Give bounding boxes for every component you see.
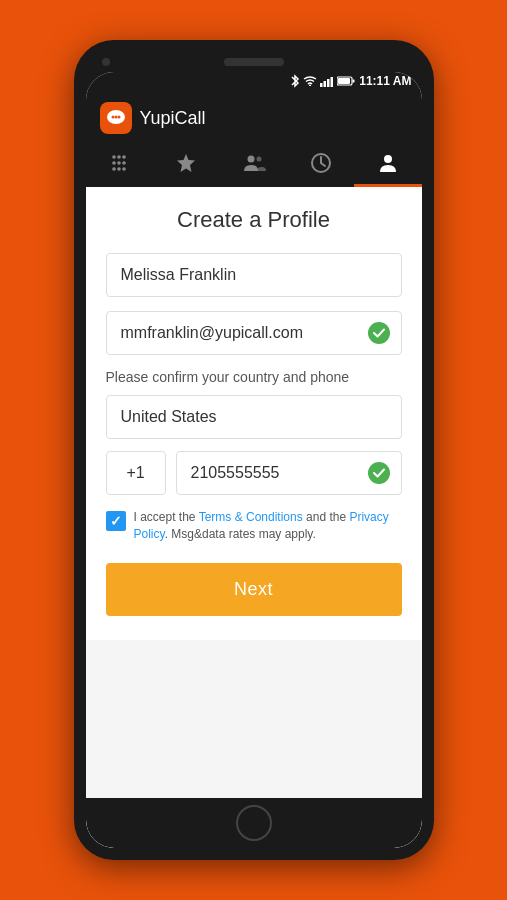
svg-rect-1 [320, 83, 323, 87]
svg-rect-2 [324, 81, 327, 87]
country-value: United States [121, 408, 217, 426]
confirm-label: Please confirm your country and phone [106, 369, 402, 385]
phone-row: +1 [106, 451, 402, 495]
svg-point-0 [309, 85, 311, 87]
email-verified-icon [368, 322, 390, 344]
profile-icon [377, 152, 399, 174]
svg-point-20 [117, 167, 121, 171]
signal-icon [320, 75, 334, 87]
battery-icon [337, 76, 355, 86]
email-field-wrap [106, 311, 402, 355]
phone-frame: 11:11 AM YupiCall [74, 40, 434, 860]
terms-text: I accept the Terms & Conditions and the … [134, 509, 402, 543]
checkmark-icon [373, 328, 385, 338]
country-code: +1 [106, 451, 166, 495]
terms-row: ✓ I accept the Terms & Conditions and th… [106, 509, 402, 543]
svg-point-15 [122, 155, 126, 159]
form-card: Create a Profile Please confirm your cou… [86, 187, 422, 640]
nav-tab-dialpad[interactable] [86, 143, 153, 186]
svg-rect-7 [338, 78, 350, 84]
camera [102, 58, 110, 66]
svg-marker-22 [177, 154, 195, 172]
terms-middle: and the [303, 510, 350, 524]
clock-icon [310, 152, 332, 174]
status-icons [290, 74, 355, 88]
svg-point-14 [117, 155, 121, 159]
speaker [224, 58, 284, 66]
name-input[interactable] [106, 253, 402, 297]
phone-bottom-bar [86, 798, 422, 848]
page-title: Create a Profile [106, 207, 402, 233]
phone-checkmark-icon [373, 468, 385, 478]
svg-point-18 [122, 161, 126, 165]
terms-suffix: . Msg&data rates may apply. [165, 527, 316, 541]
phone-screen: 11:11 AM YupiCall [86, 72, 422, 848]
bluetooth-icon [290, 74, 300, 88]
app-title: YupiCall [140, 108, 206, 129]
terms-checkbox[interactable]: ✓ [106, 511, 126, 531]
status-time: 11:11 AM [359, 74, 411, 88]
yupicall-logo-icon [105, 107, 127, 129]
svg-point-16 [112, 161, 116, 165]
svg-point-21 [122, 167, 126, 171]
phone-top-bar [86, 52, 422, 72]
svg-point-17 [117, 161, 121, 165]
svg-point-10 [111, 116, 114, 119]
nav-tab-profile[interactable] [354, 142, 421, 187]
svg-point-19 [112, 167, 116, 171]
svg-point-24 [256, 157, 261, 162]
svg-rect-3 [327, 79, 330, 87]
svg-point-11 [114, 116, 117, 119]
contacts-icon [242, 153, 266, 173]
nav-tabs [86, 142, 422, 187]
svg-point-23 [247, 156, 254, 163]
content-area: Create a Profile Please confirm your cou… [86, 187, 422, 798]
terms-link[interactable]: Terms & Conditions [199, 510, 303, 524]
star-icon [175, 152, 197, 174]
country-selector[interactable]: United States [106, 395, 402, 439]
app-logo [100, 102, 132, 134]
phone-verified-icon [368, 462, 390, 484]
nav-tab-recents[interactable] [287, 142, 354, 187]
status-bar: 11:11 AM [86, 72, 422, 94]
dialpad-icon [109, 153, 129, 173]
nav-tab-contacts[interactable] [220, 143, 287, 186]
svg-rect-4 [331, 77, 334, 87]
svg-point-26 [384, 155, 392, 163]
svg-point-13 [112, 155, 116, 159]
home-button[interactable] [236, 805, 272, 841]
svg-rect-6 [353, 80, 355, 83]
wifi-icon [303, 76, 317, 86]
app-header: YupiCall [86, 94, 422, 142]
next-button[interactable]: Next [106, 563, 402, 616]
svg-point-12 [117, 116, 120, 119]
email-input[interactable] [106, 311, 402, 355]
terms-prefix: I accept the [134, 510, 199, 524]
checkmark-icon: ✓ [110, 513, 122, 529]
nav-tab-favorites[interactable] [153, 142, 220, 187]
phone-input-wrap [176, 451, 402, 495]
